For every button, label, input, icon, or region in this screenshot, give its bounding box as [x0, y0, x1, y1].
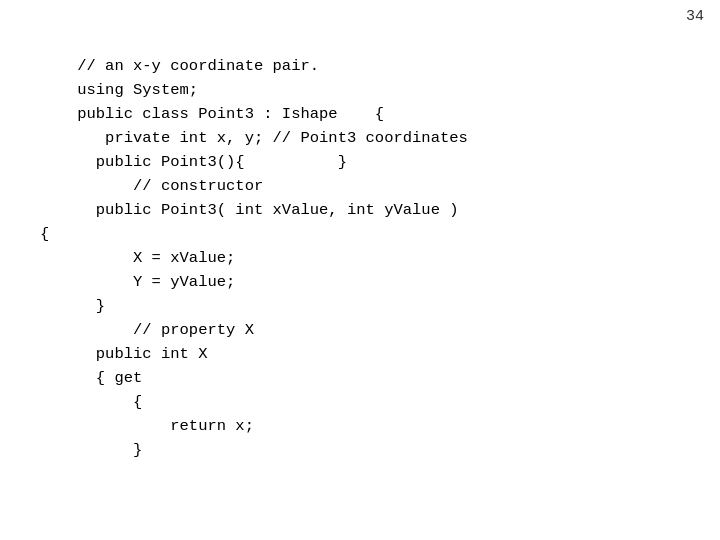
code-line: }	[40, 294, 680, 318]
code-line: using System;	[40, 78, 680, 102]
code-line: public Point3(){ }	[40, 150, 680, 174]
code-line: public Point3( int xValue, int yValue )	[40, 198, 680, 222]
code-line: // an x-y coordinate pair.	[40, 54, 680, 78]
code-line: }	[40, 438, 680, 462]
code-line: {	[40, 222, 680, 246]
page-number: 34	[686, 8, 704, 25]
code-line: X = xValue;	[40, 246, 680, 270]
code-line: Y = yValue;	[40, 270, 680, 294]
code-line: // constructor	[40, 174, 680, 198]
code-line: // property X	[40, 318, 680, 342]
code-line: public int X	[40, 342, 680, 366]
code-line: return x;	[40, 414, 680, 438]
code-line: { get	[40, 366, 680, 390]
code-line: {	[40, 390, 680, 414]
code-line: public class Point3 : Ishape {	[40, 102, 680, 126]
code-container: // an x-y coordinate pair. using System;…	[0, 0, 720, 482]
code-line: private int x, y; // Point3 coordinates	[40, 126, 680, 150]
